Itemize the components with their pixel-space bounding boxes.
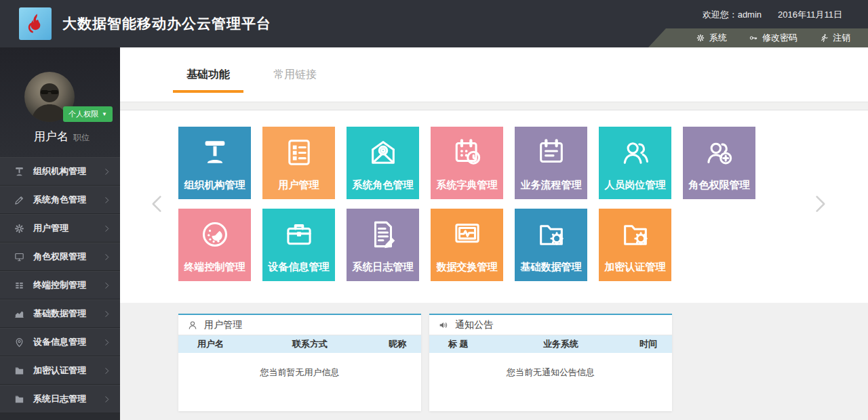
- panel-header: 用户管理: [178, 315, 421, 335]
- welcome-user-text: 欢迎您：admin: [703, 9, 762, 21]
- chevron-right-icon: [103, 396, 111, 403]
- header-action-button[interactable]: 修改密码: [749, 32, 797, 44]
- app-logo-flame-icon: [19, 7, 52, 40]
- feature-carousel: 组织机构管理 用户管理 系统角色管理 系统字典管理 业务流程管理: [120, 110, 868, 303]
- sidebar-menu-item[interactable]: 系统日志管理: [0, 385, 120, 413]
- tile-icon: [199, 219, 231, 250]
- tile-icon: [704, 137, 735, 168]
- menu-item-label: 设备信息管理: [33, 336, 103, 348]
- tile-icon: [199, 137, 231, 168]
- top-header: 大数据智能移动办公云管理平台 欢迎您：admin 2016年11月11日 系统 …: [0, 0, 868, 47]
- menu-item-label: 加密认证管理: [33, 364, 103, 377]
- tile-icon: [368, 219, 399, 250]
- sidebar-menu-item[interactable]: 角色权限管理: [0, 243, 120, 271]
- feature-tile[interactable]: 加密认证管理: [599, 209, 671, 281]
- permission-badge[interactable]: 个人权限 ▼: [63, 106, 113, 122]
- tile-icon: [368, 137, 399, 168]
- tile-label: 加密认证管理: [605, 261, 666, 274]
- chevron-right-icon: [103, 225, 111, 232]
- carousel-next-button chevron-right-icon[interactable]: [810, 186, 830, 222]
- user-identity: 用户名 职位: [34, 129, 90, 144]
- feature-tile[interactable]: 系统字典管理: [431, 127, 503, 199]
- sidebar: 个人权限 ▼ 用户名 职位 组织机构管理 系统角色管理 用户: [0, 47, 120, 420]
- tile-label: 基础数据管理: [521, 261, 582, 274]
- tile-icon: [536, 219, 567, 250]
- tab[interactable]: 常用链接: [273, 47, 317, 102]
- header-action-icon: [749, 33, 758, 43]
- tab[interactable]: 基础功能: [186, 47, 230, 102]
- table-header-row: 标 题 业务系统 时间: [429, 335, 672, 353]
- tab-label: 常用链接: [273, 68, 317, 82]
- column-header: 联系方式: [257, 338, 363, 350]
- feature-tile[interactable]: 角色权限管理: [683, 127, 755, 199]
- chevron-right-icon: [103, 367, 111, 375]
- feature-tile[interactable]: 终端控制管理: [178, 209, 251, 281]
- profile-section: 个人权限 ▼ 用户名 职位: [0, 47, 120, 157]
- sidebar-menu-item[interactable]: 系统角色管理: [0, 186, 120, 214]
- chevron-right-icon: [103, 196, 111, 204]
- menu-item-label: 系统日志管理: [33, 393, 103, 405]
- sidebar-menu-item[interactable]: 用户管理: [0, 214, 120, 243]
- feature-tile[interactable]: 系统日志管理: [347, 209, 419, 281]
- app-title: 大数据智能移动办公云管理平台: [62, 0, 271, 47]
- menu-item-icon: [14, 337, 25, 348]
- notice-panel: 通知公告 标 题 业务系统 时间 您当前无通知公告信息: [429, 314, 672, 411]
- sidebar-menu-item[interactable]: 终端控制管理: [0, 271, 120, 299]
- menu-item-label: 角色权限管理: [33, 251, 103, 263]
- feature-tile[interactable]: 基础数据管理: [515, 209, 587, 281]
- sidebar-menu-item[interactable]: 加密认证管理: [0, 356, 120, 385]
- tile-label: 设备信息管理: [269, 261, 330, 274]
- tile-icon: [620, 137, 651, 168]
- table-body: 您当前暂无用户信息: [178, 353, 421, 379]
- header-action-icon: [819, 33, 829, 43]
- sidebar-menu-item[interactable]: 基础数据管理: [0, 299, 120, 328]
- feature-tile[interactable]: 组织机构管理: [178, 127, 251, 199]
- empty-message: 您当前无通知公告信息: [507, 366, 595, 379]
- carousel-prev-button chevron-left-icon[interactable]: [147, 186, 167, 222]
- menu-item-label: 用户管理: [33, 222, 103, 234]
- tile-icon: [536, 137, 567, 168]
- feature-tile[interactable]: 数据交换管理: [431, 209, 503, 281]
- menu-item-icon: [14, 194, 25, 206]
- welcome-bar: 欢迎您：admin 2016年11月11日: [703, 9, 842, 21]
- feature-tile[interactable]: 人员岗位管理: [599, 127, 671, 199]
- tile-icon: [620, 219, 651, 250]
- header-action-button[interactable]: 注销: [819, 32, 850, 44]
- tile-icon: [283, 137, 315, 168]
- menu-item-label: 终端控制管理: [33, 279, 103, 291]
- feature-tile[interactable]: 设备信息管理: [262, 209, 335, 281]
- panel-title: 用户管理: [204, 319, 242, 331]
- column-header: 用户名: [178, 338, 257, 350]
- chevron-right-icon: [103, 168, 111, 175]
- tile-icon: [452, 137, 483, 168]
- header-actions-bar: 系统 修改密码 注销: [648, 28, 868, 47]
- column-header: 业务系统: [508, 338, 614, 350]
- tile-label: 人员岗位管理: [605, 179, 666, 192]
- column-header: 标 题: [429, 338, 508, 350]
- tile-label: 组织机构管理: [184, 179, 245, 192]
- tab-bar: 基础功能 常用链接: [120, 47, 868, 102]
- table-header-row: 用户名 联系方式 昵称: [178, 335, 421, 353]
- header-action-label: 修改密码: [762, 32, 797, 44]
- tile-label: 系统角色管理: [353, 179, 414, 192]
- menu-item-icon: [14, 394, 25, 405]
- sidebar-menu-item[interactable]: 设备信息管理: [0, 328, 120, 356]
- tile-label: 系统日志管理: [353, 261, 414, 274]
- header-action-icon: [696, 33, 705, 43]
- menu-item-icon: [14, 280, 25, 291]
- tile-icon: [283, 219, 315, 250]
- menu-item-label: 组织机构管理: [33, 165, 103, 177]
- chevron-right-icon: [103, 282, 111, 289]
- header-action-button[interactable]: 系统: [696, 32, 727, 44]
- sidebar-menu-item[interactable]: 组织机构管理: [0, 157, 120, 186]
- tile-label: 角色权限管理: [689, 179, 750, 192]
- header-action-label: 系统: [709, 32, 727, 44]
- chevron-right-icon: [103, 253, 111, 261]
- tile-label: 数据交换管理: [437, 261, 498, 274]
- feature-tile[interactable]: 业务流程管理: [515, 127, 587, 199]
- permission-badge-label: 个人权限: [68, 109, 98, 119]
- chevron-right-icon: [103, 339, 111, 346]
- bottom-section: 用户管理 用户名 联系方式 昵称 您当前暂无用户信息 通知公告 标 题: [120, 303, 868, 420]
- feature-tile[interactable]: 用户管理: [262, 127, 335, 199]
- feature-tile[interactable]: 系统角色管理: [347, 127, 419, 199]
